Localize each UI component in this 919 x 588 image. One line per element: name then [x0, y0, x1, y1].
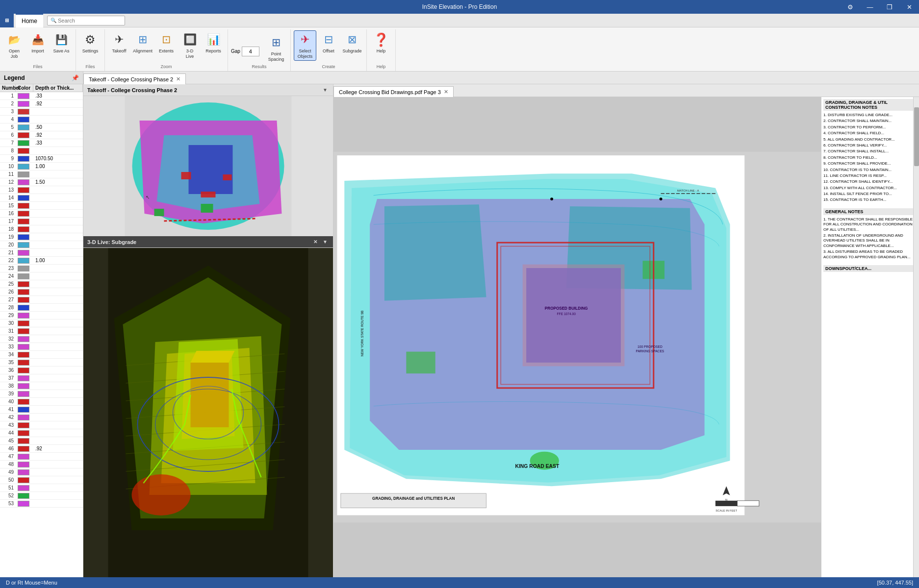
legend-row-color-cell: [16, 501, 33, 507]
legend-row[interactable]: 2 .92: [0, 100, 83, 108]
legend-row[interactable]: 11: [0, 171, 83, 178]
legend-row[interactable]: 18: [0, 225, 83, 233]
legend-row[interactable]: 23: [0, 265, 83, 272]
legend-row[interactable]: 53: [0, 500, 83, 508]
legend-row[interactable]: 8: [0, 147, 83, 155]
legend-row[interactable]: 33: [0, 343, 83, 351]
drawing-tab-close[interactable]: ✕: [444, 89, 448, 95]
legend-row[interactable]: 47: [0, 453, 83, 461]
legend-row[interactable]: 51: [0, 484, 83, 492]
legend-row[interactable]: 15: [0, 202, 83, 210]
legend-row[interactable]: 37: [0, 374, 83, 382]
legend-pin-icon[interactable]: 📌: [72, 74, 79, 81]
legend-row[interactable]: 39: [0, 390, 83, 398]
legend-row[interactable]: 36: [0, 367, 83, 374]
select-objects-button[interactable]: ✈ SelectObjects: [294, 30, 316, 61]
settings-ribbon-button[interactable]: ⚙ Settings: [79, 30, 102, 61]
takeoff-button[interactable]: ✈ Takeoff: [108, 30, 130, 61]
legend-row[interactable]: 16: [0, 210, 83, 218]
legend-row[interactable]: 30: [0, 319, 83, 327]
legend-row-num: 14: [0, 195, 16, 200]
legend-row[interactable]: 17: [0, 218, 83, 225]
alignment-button[interactable]: ⊞ Alignment: [131, 30, 154, 61]
legend-row[interactable]: 46 .92: [0, 445, 83, 453]
svg-text:↖: ↖: [146, 195, 150, 200]
drawing-scrollbar[interactable]: [913, 97, 919, 577]
legend-row[interactable]: 21: [0, 249, 83, 257]
legend-row-color-cell: [16, 109, 33, 115]
legend-row[interactable]: 4: [0, 116, 83, 123]
takeoff-tab-close[interactable]: ✕: [176, 76, 180, 82]
help-button[interactable]: ❓ Help: [370, 30, 392, 61]
legend-row[interactable]: 10 1.00: [0, 163, 83, 171]
legend-row[interactable]: 45: [0, 437, 83, 445]
close-button[interactable]: ✕: [899, 0, 919, 14]
legend-row[interactable]: 26: [0, 288, 83, 296]
offset-button[interactable]: ⊟ Offset: [317, 30, 340, 61]
legend-row[interactable]: 14: [0, 194, 83, 202]
menu-bar: ⊞ Home 🔍: [0, 14, 919, 27]
restore-button[interactable]: ❒: [880, 0, 899, 14]
legend-row[interactable]: 7 .33: [0, 139, 83, 147]
point-spacing-button[interactable]: ⊞ Point Spacing: [265, 33, 287, 72]
3d-live-button[interactable]: 🔲 3-DLive: [179, 30, 201, 61]
legend-row[interactable]: 38: [0, 382, 83, 390]
legend-row[interactable]: 22 1.00: [0, 257, 83, 265]
title-bar: InSite Elevation - Pro Edition ⚙ — ❒ ✕: [0, 0, 919, 14]
legend-row[interactable]: 13: [0, 186, 83, 194]
legend-row[interactable]: 19: [0, 233, 83, 241]
app-logo[interactable]: ⊞: [0, 14, 14, 27]
legend-row[interactable]: 20: [0, 241, 83, 249]
subgrade-button[interactable]: ⊠ Subgrade: [341, 30, 363, 61]
legend-row-num: 25: [0, 281, 16, 287]
legend-row[interactable]: 34: [0, 351, 83, 359]
legend-row[interactable]: 27: [0, 296, 83, 304]
home-menu-tab[interactable]: Home: [16, 14, 43, 27]
threed-close-icon[interactable]: ✕: [311, 238, 319, 246]
minimize-button[interactable]: —: [860, 0, 880, 14]
legend-row[interactable]: 29: [0, 312, 83, 319]
gap-input[interactable]: [242, 47, 259, 56]
takeoff-canvas[interactable]: ↖: [83, 96, 333, 236]
legend-row[interactable]: 3: [0, 108, 83, 116]
legend-row-num: 31: [0, 328, 16, 334]
open-job-button[interactable]: 📂 OpenJob: [3, 30, 26, 61]
legend-row-color-cell: [16, 360, 33, 366]
legend-row[interactable]: 24: [0, 272, 83, 280]
import-button[interactable]: 📥 Import: [26, 30, 49, 61]
legend-row[interactable]: 9 1070.50: [0, 155, 83, 163]
legend-row[interactable]: 42: [0, 414, 83, 421]
extents-button[interactable]: ⊡ Extents: [155, 30, 178, 61]
takeoff-tab[interactable]: Takeoff - College Crossing Phase 2 ✕: [83, 74, 186, 84]
legend-row[interactable]: 1 .33: [0, 92, 83, 100]
legend-row[interactable]: 31: [0, 327, 83, 335]
legend-row[interactable]: 28: [0, 304, 83, 312]
drawing-tab[interactable]: College Crossing Bid Drawings.pdf Page 3…: [333, 86, 454, 97]
legend-row[interactable]: 44: [0, 429, 83, 437]
scrollbar-thumb[interactable]: [914, 107, 919, 166]
legend-row[interactable]: 52: [0, 492, 83, 500]
drawing-area[interactable]: PROPOSED BUILDING FFE 1074.00 100 PROPOS…: [333, 97, 919, 577]
legend-row[interactable]: 49: [0, 468, 83, 476]
legend-scroll[interactable]: 1 .33 2 .92 3 4 5: [0, 92, 83, 577]
legend-row[interactable]: 6 .92: [0, 131, 83, 139]
save-as-button[interactable]: 💾 Save As: [50, 30, 73, 61]
legend-row[interactable]: 40: [0, 398, 83, 406]
legend-row[interactable]: 41: [0, 406, 83, 414]
drawing-panel: College Crossing Bid Drawings.pdf Page 3…: [333, 84, 919, 577]
panel-dropdown-icon[interactable]: ▼: [321, 86, 329, 94]
legend-row[interactable]: 48: [0, 461, 83, 468]
legend-row[interactable]: 35: [0, 359, 83, 367]
legend-row-depth: .92: [33, 101, 83, 106]
search-input[interactable]: [58, 18, 122, 24]
legend-row[interactable]: 25: [0, 280, 83, 288]
legend-row[interactable]: 32: [0, 335, 83, 343]
settings-button[interactable]: ⚙: [841, 0, 860, 14]
threed-dropdown-icon[interactable]: ▼: [321, 238, 329, 246]
legend-row[interactable]: 5 .50: [0, 123, 83, 131]
legend-row[interactable]: 12 1.50: [0, 178, 83, 186]
threed-canvas[interactable]: [83, 248, 333, 577]
legend-row[interactable]: 50: [0, 476, 83, 484]
legend-row[interactable]: 43: [0, 421, 83, 429]
reports-button[interactable]: 📊 Reports: [202, 30, 225, 61]
